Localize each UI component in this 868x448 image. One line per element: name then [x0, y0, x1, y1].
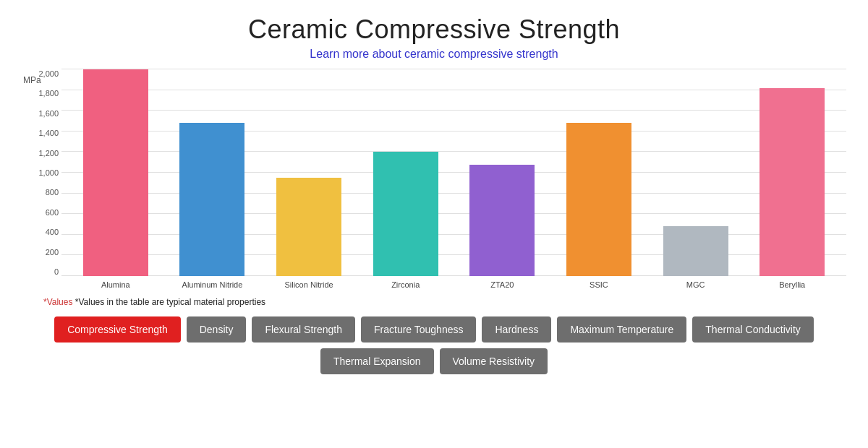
bar-group	[67, 69, 164, 276]
property-button[interactable]: Hardness	[482, 316, 551, 343]
bar[interactable]	[276, 178, 341, 276]
disclaimer: *Values *Values in the table are typical…	[43, 295, 868, 308]
page-title: Ceramic Compressive Strength	[248, 14, 620, 45]
y-tick: 2,000	[38, 69, 61, 78]
y-tick: 1,400	[38, 129, 61, 137]
y-tick: 800	[46, 188, 61, 197]
bar-group	[260, 69, 357, 276]
property-button[interactable]: Maximum Temperature	[557, 316, 686, 343]
x-label: Alumina	[67, 276, 164, 293]
x-label: ZTA20	[454, 276, 551, 293]
chart-area: AluminaAluminum NitrideSilicon NitrideZi…	[61, 69, 846, 293]
bar-group	[357, 69, 454, 276]
property-button[interactable]: Thermal Expansion	[320, 348, 434, 374]
x-label: Beryllia	[744, 276, 841, 293]
property-button[interactable]: Thermal Conductivity	[692, 316, 814, 343]
x-label: Zirconia	[357, 276, 454, 293]
y-tick: 200	[46, 248, 61, 257]
bar[interactable]	[83, 69, 148, 276]
y-tick: 1,600	[38, 109, 61, 118]
property-button[interactable]: Density	[187, 316, 247, 343]
property-buttons: Compressive StrengthDensityFlexural Stre…	[0, 316, 868, 374]
y-tick: 1,000	[38, 168, 61, 177]
bar-group	[744, 69, 841, 276]
y-axis-ticks: 02004006008001,0001,2001,4001,6001,8002,…	[25, 69, 61, 293]
subtitle-link[interactable]: Learn more about ceramic compressive str…	[310, 48, 558, 61]
bar-group	[164, 69, 261, 276]
property-button[interactable]: Compressive Strength	[54, 316, 181, 343]
bar[interactable]	[663, 226, 728, 276]
property-button[interactable]: Flexural Strength	[252, 316, 355, 343]
property-button[interactable]: Volume Resistivity	[440, 348, 548, 374]
bar[interactable]	[469, 165, 535, 276]
property-button[interactable]: Fracture Toughness	[361, 316, 476, 343]
bar[interactable]	[760, 88, 825, 276]
y-tick: 400	[46, 228, 61, 236]
x-labels: AluminaAluminum NitrideSilicon NitrideZi…	[61, 276, 846, 293]
y-tick: 1,200	[38, 149, 61, 158]
bar[interactable]	[373, 152, 438, 276]
bar-group	[550, 69, 647, 276]
x-label: Silicon Nitride	[260, 276, 357, 293]
y-tick: 0	[54, 267, 61, 276]
x-label: SSIC	[550, 276, 647, 293]
x-label: Aluminum Nitride	[164, 276, 261, 293]
bar-group	[647, 69, 744, 276]
y-axis-unit: MPa	[23, 75, 41, 85]
y-tick: 600	[46, 208, 61, 217]
bars-container	[61, 69, 846, 276]
y-tick: 1,800	[38, 89, 61, 98]
x-label: MGC	[647, 276, 744, 293]
bar[interactable]	[179, 123, 244, 276]
bar[interactable]	[566, 123, 631, 276]
bar-group	[454, 69, 551, 276]
